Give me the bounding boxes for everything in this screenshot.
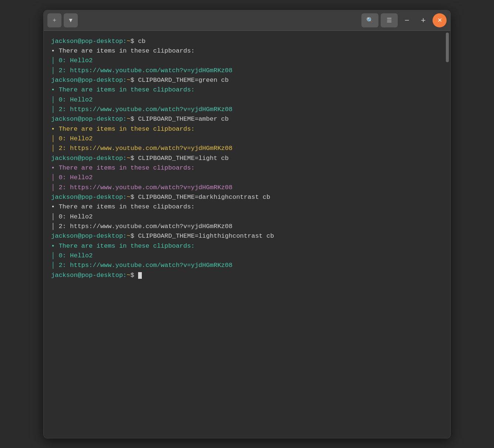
output-line: │ 0: Hello2 (51, 95, 443, 105)
new-tab-icon: ＋ (51, 16, 57, 24)
dropdown-button[interactable]: ▼ (64, 13, 78, 27)
output-line: • There are items in these clipboards: (51, 202, 443, 212)
output-line: │ 0: Hello2 (51, 212, 443, 222)
final-prompt-line: jackson@pop-desktop:~$ (51, 271, 443, 280)
output-line: • There are items in these clipboards: (51, 85, 443, 95)
terminal-window: ＋ ▼ 🔍 ☰ − + ✕ jacks (43, 10, 451, 438)
terminal-body[interactable]: jackson@pop-desktop:~$ cb• There are ite… (44, 31, 450, 438)
output-line: │ 2: https://www.youtube.com/watch?v=yjd… (51, 222, 443, 231)
prompt-line: jackson@pop-desktop:~$ CLIPBOARD_THEME=a… (51, 114, 443, 124)
output-line: │ 2: https://www.youtube.com/watch?v=yjd… (51, 183, 443, 193)
window-controls: 🔍 ☰ − + ✕ (361, 13, 447, 27)
maximize-button[interactable]: + (416, 13, 430, 27)
menu-button[interactable]: ☰ (381, 13, 398, 27)
prompt-line: jackson@pop-desktop:~$ CLIPBOARD_THEME=l… (51, 231, 443, 241)
terminal-block: jackson@pop-desktop:~$ CLIPBOARD_THEME=d… (51, 193, 443, 231)
output-line: • There are items in these clipboards: (51, 46, 443, 56)
prompt-line: jackson@pop-desktop:~$ CLIPBOARD_THEME=d… (51, 193, 443, 202)
output-line: │ 0: Hello2 (51, 251, 443, 261)
prompt-line: jackson@pop-desktop:~$ CLIPBOARD_THEME=g… (51, 76, 443, 85)
new-tab-button[interactable]: ＋ (47, 13, 61, 27)
maximize-icon: + (421, 16, 426, 25)
prompt-line: jackson@pop-desktop:~$ CLIPBOARD_THEME=l… (51, 154, 443, 163)
dropdown-icon: ▼ (68, 17, 74, 24)
terminal-block: jackson@pop-desktop:~$ CLIPBOARD_THEME=a… (51, 114, 443, 153)
terminal-block: jackson@pop-desktop:~$ cb• There are ite… (51, 37, 443, 76)
menu-icon: ☰ (387, 17, 392, 24)
output-line: │ 2: https://www.youtube.com/watch?v=yjd… (51, 144, 443, 153)
prompt-line: jackson@pop-desktop:~$ cb (51, 37, 443, 46)
output-line: │ 2: https://www.youtube.com/watch?v=yjd… (51, 66, 443, 76)
close-icon: ✕ (437, 17, 442, 24)
output-line: • There are items in these clipboards: (51, 124, 443, 134)
minimize-icon: − (405, 16, 410, 25)
close-button[interactable]: ✕ (433, 13, 447, 27)
output-line: • There are items in these clipboards: (51, 163, 443, 173)
search-button[interactable]: 🔍 (361, 13, 378, 27)
output-line: │ 2: https://www.youtube.com/watch?v=yjd… (51, 261, 443, 270)
terminal-block: jackson@pop-desktop:~$ CLIPBOARD_THEME=l… (51, 231, 443, 270)
scrollbar[interactable] (446, 31, 449, 438)
output-line: │ 0: Hello2 (51, 56, 443, 66)
minimize-button[interactable]: − (400, 13, 414, 27)
output-line: │ 0: Hello2 (51, 134, 443, 144)
scrollbar-thumb[interactable] (446, 33, 449, 62)
output-line: • There are items in these clipboards: (51, 241, 443, 251)
search-icon: 🔍 (366, 17, 374, 24)
cursor (138, 272, 142, 279)
output-line: │ 2: https://www.youtube.com/watch?v=yjd… (51, 105, 443, 114)
terminal-block: jackson@pop-desktop:~$ CLIPBOARD_THEME=g… (51, 76, 443, 114)
titlebar: ＋ ▼ 🔍 ☰ − + ✕ (44, 10, 450, 31)
output-line: │ 0: Hello2 (51, 173, 443, 183)
terminal-block: jackson@pop-desktop:~$ CLIPBOARD_THEME=l… (51, 154, 443, 193)
